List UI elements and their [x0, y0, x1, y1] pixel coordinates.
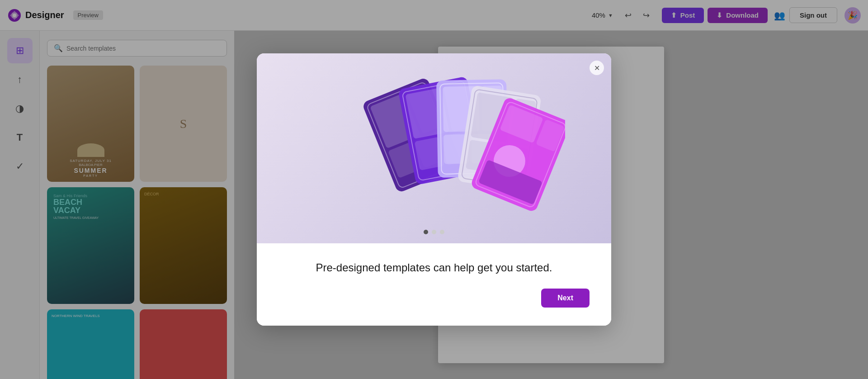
close-icon: ✕ — [594, 64, 600, 72]
next-button[interactable]: Next — [541, 289, 590, 308]
dot-3[interactable] — [440, 230, 444, 234]
modal-text-section: Pre-designed templates can help get you … — [257, 243, 611, 326]
modal-dots — [424, 230, 444, 234]
template-cards-illustration — [303, 67, 565, 230]
modal-close-button[interactable]: ✕ — [590, 61, 604, 75]
modal-image-section: ✕ — [257, 53, 611, 243]
dot-1[interactable] — [424, 230, 428, 234]
dot-2[interactable] — [432, 230, 436, 234]
modal-overlay: ✕ — [0, 0, 868, 379]
modal-headline: Pre-designed templates can help get you … — [278, 261, 590, 274]
onboarding-modal: ✕ — [257, 53, 611, 326]
modal-actions: Next — [278, 289, 590, 308]
